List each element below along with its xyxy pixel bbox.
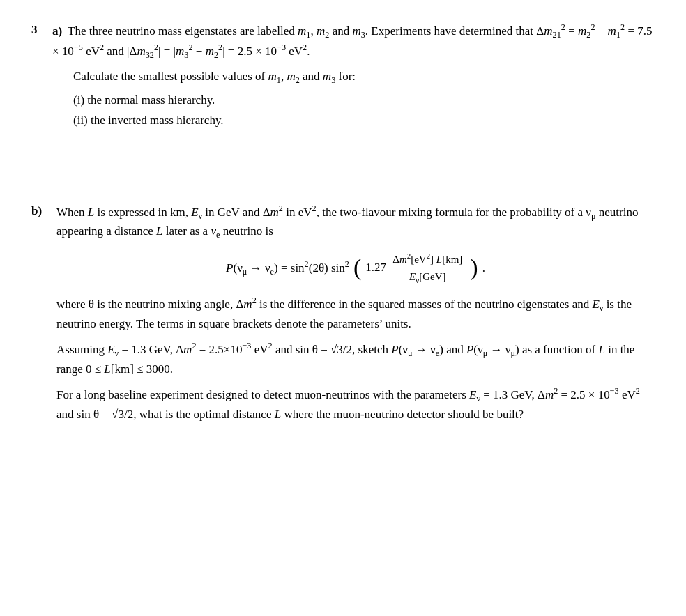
page-content: 3 a) The three neutrino mass eigenstates…	[31, 21, 655, 430]
formula-dot: .	[482, 259, 485, 277]
spacer	[31, 139, 655, 195]
calculate-text: Calculate the smallest possible values o…	[73, 68, 655, 87]
formula-lhs: P(νμ → νe) = sin2(2θ) sin2	[226, 258, 349, 278]
formula-line: P(νμ → νe) = sin2(2θ) sin2 ( 1.27 Δm2[eV…	[226, 250, 485, 286]
part-b-text2: where θ is the neutrino mixing angle, Δm…	[56, 294, 655, 332]
formula-inner: 1.27 Δm2[eV2] L[km] Eν[GeV]	[365, 250, 466, 286]
fraction: Δm2[eV2] L[km] Eν[GeV]	[390, 250, 464, 286]
part-a: 3 a) The three neutrino mass eigenstates…	[31, 21, 655, 132]
open-paren: (	[353, 256, 361, 279]
part-b-text3: Assuming Eν = 1.3 GeV, Δm2 = 2.5×10−3 eV…	[56, 339, 655, 378]
part-a-content: a) The three neutrino mass eigenstates a…	[52, 21, 655, 132]
close-paren: )	[470, 256, 478, 279]
part-a-label: a)	[52, 24, 62, 38]
question-3: 3 a) The three neutrino mass eigenstates…	[31, 21, 655, 430]
question-number: 3	[31, 21, 51, 132]
part-b-text1: When L is expressed in km, Eν in GeV and…	[56, 202, 655, 242]
part-b-text4: For a long baseline experiment designed …	[56, 385, 655, 423]
part-a-indented: Calculate the smallest possible values o…	[73, 68, 655, 130]
denominator: Eν[GeV]	[407, 268, 448, 286]
sub-item-i: (i) the normal mass hierarchy.	[73, 91, 655, 109]
sub-item-ii: (ii) the inverted mass hierarchy.	[73, 111, 655, 130]
part-b-label: b)	[31, 202, 51, 430]
part-a-text: a) The three neutrino mass eigenstates a…	[52, 21, 655, 62]
part-b-content: When L is expressed in km, Eν in GeV and…	[56, 202, 655, 430]
numerator: Δm2[eV2] L[km]	[390, 250, 464, 269]
part-b: b) When L is expressed in km, Eν in GeV …	[31, 202, 655, 430]
formula-container: P(νμ → νe) = sin2(2θ) sin2 ( 1.27 Δm2[eV…	[56, 250, 655, 286]
